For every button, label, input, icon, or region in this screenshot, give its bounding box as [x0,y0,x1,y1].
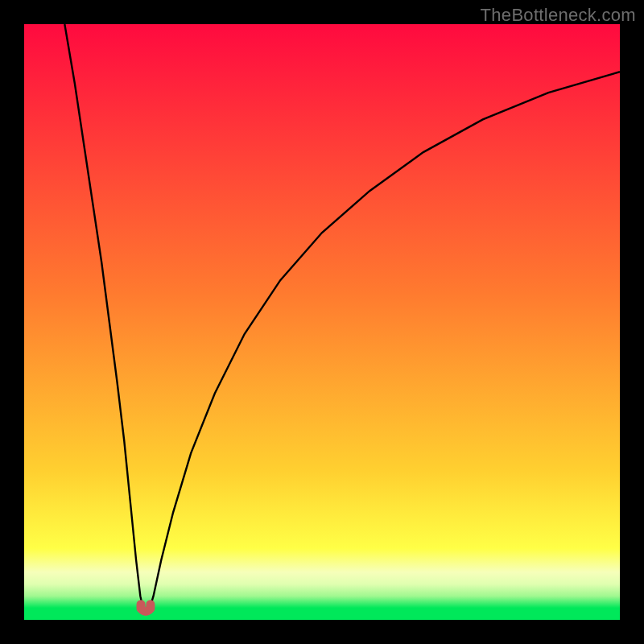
gradient-background [24,24,620,620]
chart-plot [24,24,620,620]
watermark-text: TheBottleneck.com [481,5,636,26]
chart-frame [24,24,620,620]
